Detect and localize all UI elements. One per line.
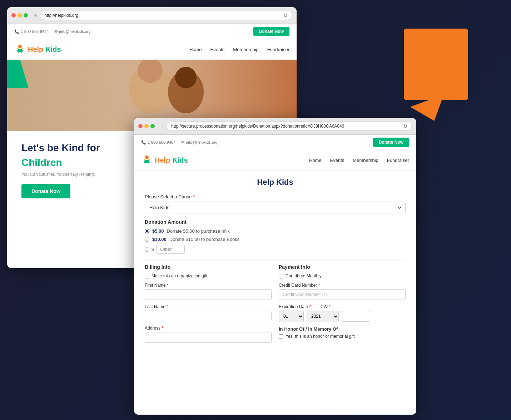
front-new-tab-btn[interactable]: + xyxy=(160,123,164,129)
first-name-input[interactable] xyxy=(145,289,272,300)
last-name-required: * xyxy=(167,304,168,309)
payment-title: Payment Info xyxy=(279,264,406,270)
front-logo-help: Help xyxy=(155,156,170,164)
address-label: Address * xyxy=(145,326,272,331)
donation-radio-5[interactable] xyxy=(145,229,149,233)
cvv-required: * xyxy=(329,304,331,309)
last-name-input[interactable] xyxy=(145,311,272,321)
back-nav-fundraiser[interactable]: Fundraiser xyxy=(267,47,289,52)
front-close-btn[interactable] xyxy=(138,124,143,128)
front-logo-kids: Kids xyxy=(172,156,188,164)
donation-other-input[interactable] xyxy=(156,245,185,254)
svg-point-1 xyxy=(17,48,19,49)
org-gift-checkbox[interactable] xyxy=(145,274,149,278)
back-hero-donate-button[interactable]: Donate Now xyxy=(21,184,70,198)
credit-card-input[interactable] xyxy=(279,289,406,300)
svg-point-2 xyxy=(21,48,23,49)
donation-amount-5: $5.00 xyxy=(152,228,164,234)
back-top-bar: 📞 1-800-586-9484 ✉ info@helpkids.org Don… xyxy=(7,24,297,39)
honor-checkbox[interactable] xyxy=(279,334,283,339)
billing-section: Billing Info Make this an organization g… xyxy=(145,264,272,347)
front-top-donate-button[interactable]: Donate Now xyxy=(373,138,409,147)
back-logo: HelpKids xyxy=(14,44,61,55)
cause-select[interactable]: Help Kids xyxy=(145,202,406,213)
back-phone-number: 1-800-586-9484 xyxy=(21,29,49,34)
contribute-monthly-row: Contribute Monthly xyxy=(279,273,406,278)
back-logo-kids: Kids xyxy=(45,45,61,54)
front-nav-bar: HelpKids Home Events Membership Fundrais… xyxy=(134,150,416,171)
contribute-monthly-checkbox[interactable] xyxy=(279,274,283,278)
svg-point-10 xyxy=(148,159,150,160)
cause-label: Please Select a Cause * xyxy=(145,194,406,199)
front-nav-membership[interactable]: Membership xyxy=(353,158,378,163)
back-logo-icon xyxy=(14,44,26,55)
front-nav-links: Home Events Membership Fundraiser xyxy=(309,158,409,163)
form-divider xyxy=(145,260,406,260)
first-name-group: First Name * xyxy=(145,283,272,300)
cvv-input[interactable] xyxy=(342,311,370,322)
front-traffic-lights xyxy=(138,124,155,128)
back-maximize-btn[interactable] xyxy=(24,13,28,18)
back-minimize-btn[interactable] xyxy=(18,13,22,18)
front-form-title: Help Kids xyxy=(145,178,406,187)
back-close-btn[interactable] xyxy=(11,13,16,18)
billing-payment-grid: Billing Info Make this an organization g… xyxy=(145,264,406,347)
back-nav-events[interactable]: Events xyxy=(210,47,225,52)
dollar-prefix: $ xyxy=(152,247,154,252)
back-phone-icon: 📞 xyxy=(14,29,19,34)
orange-decoration xyxy=(404,29,468,100)
contribute-monthly-label: Contribute Monthly xyxy=(286,273,322,278)
svg-point-6 xyxy=(175,67,197,88)
front-nav-home[interactable]: Home xyxy=(309,158,322,163)
donation-desc-10: Donate $10.00 to purchase Books xyxy=(169,237,240,242)
donation-radio-10[interactable] xyxy=(145,237,149,242)
back-nav-links: Home Events Membership Fundraiser xyxy=(189,47,289,52)
front-phone-info: 📞 1-800-586-9484 xyxy=(141,140,175,145)
honor-title: In Honor Of / In Memory Of xyxy=(279,326,406,332)
front-nav-fundraiser[interactable]: Fundraiser xyxy=(387,158,409,163)
back-green-accent xyxy=(7,60,29,88)
address-required: * xyxy=(162,326,163,331)
donation-radio-other[interactable] xyxy=(145,247,149,252)
credit-card-label: Credit Card Number * xyxy=(279,283,406,288)
front-email-info: ✉ info@helpkids.org xyxy=(181,140,217,145)
org-gift-row: Make this an organization gift xyxy=(145,273,272,278)
svg-point-0 xyxy=(18,45,22,48)
front-url-text: http://secure.processdonation.org/helpki… xyxy=(171,124,344,129)
back-traffic-lights xyxy=(11,13,28,18)
donation-desc-5: Donate $5.00 to purchase milk xyxy=(167,228,230,234)
honor-checkbox-label: Yes, this is an honor or memorial gift xyxy=(286,334,355,339)
back-nav-home[interactable]: Home xyxy=(189,47,202,52)
back-top-donate-button[interactable]: Donate Now xyxy=(253,27,289,36)
expiry-year-select[interactable]: 2021 2022 2023 xyxy=(307,311,339,322)
front-logo: HelpKids xyxy=(141,154,188,166)
first-name-required: * xyxy=(167,283,169,288)
front-email-address: info@helpkids.org xyxy=(186,140,217,144)
back-logo-help: Help xyxy=(28,45,43,54)
back-new-tab-btn[interactable]: + xyxy=(34,12,37,19)
cause-required-star: * xyxy=(193,194,195,199)
front-phone-icon: 📞 xyxy=(141,140,146,145)
back-address-bar[interactable]: http://helpkids.org ↻ xyxy=(40,11,292,20)
front-browser-window: + http://secure.processdonation.org/help… xyxy=(134,118,416,415)
donation-option-10: $10.00 Donate $10.00 to purchase Books xyxy=(145,237,406,242)
donation-amount-10: $10.00 xyxy=(152,237,167,242)
expiry-month-select[interactable]: 01 02 03 xyxy=(279,311,304,322)
credit-card-group: Credit Card Number * xyxy=(279,283,406,300)
expiry-label: Expiration Date * CW * xyxy=(279,304,406,309)
front-nav-events[interactable]: Events xyxy=(330,158,344,163)
front-maximize-btn[interactable] xyxy=(150,124,155,128)
front-refresh-icon[interactable]: ↻ xyxy=(403,123,407,129)
front-phone-number: 1-800-586-9484 xyxy=(148,140,175,144)
expiry-cvv-row: 01 02 03 2021 2022 2023 xyxy=(279,311,406,322)
front-top-bar: 📞 1-800-586-9484 ✉ info@helpkids.org Don… xyxy=(134,135,416,150)
address-input[interactable] xyxy=(145,332,272,343)
front-address-bar[interactable]: http://secure.processdonation.org/helpki… xyxy=(167,122,412,131)
front-minimize-btn[interactable] xyxy=(144,124,149,128)
back-email-info: ✉ info@helpkids.org xyxy=(54,29,90,34)
back-nav-membership[interactable]: Membership xyxy=(233,47,259,52)
back-refresh-icon[interactable]: ↻ xyxy=(283,13,288,18)
billing-title: Billing Info xyxy=(145,264,272,270)
credit-card-required: * xyxy=(318,283,320,288)
back-url-text: http://helpkids.org xyxy=(44,13,78,18)
